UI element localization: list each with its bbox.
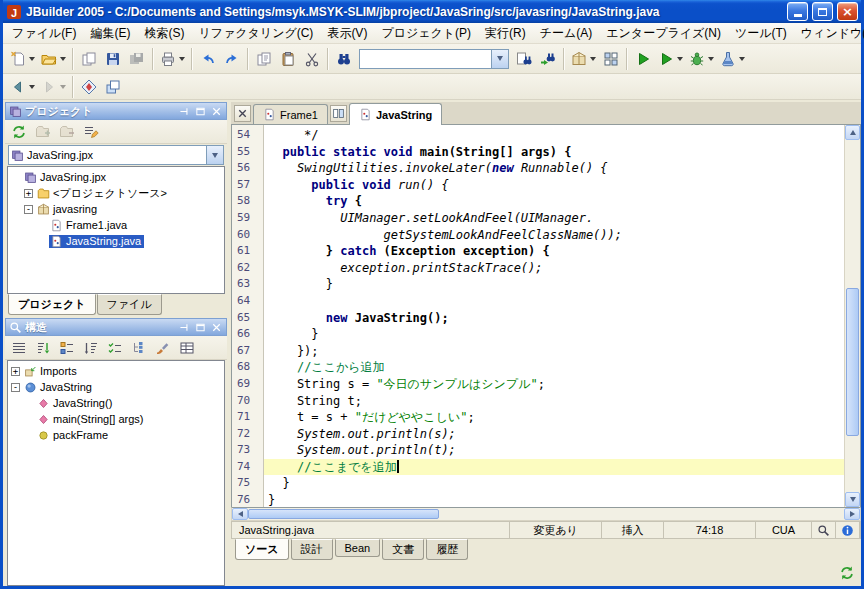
vertical-scroll-thumb[interactable] bbox=[846, 288, 859, 436]
close-file-button[interactable] bbox=[77, 47, 101, 71]
menu-item-5[interactable]: プロジェクト(P) bbox=[374, 22, 478, 45]
vertical-scrollbar[interactable] bbox=[844, 125, 860, 507]
find-in-path-button[interactable] bbox=[512, 47, 536, 71]
new-button[interactable] bbox=[7, 47, 38, 71]
project-file-combo[interactable]: JavaSring.jpx bbox=[8, 145, 224, 165]
tree-item[interactable]: -JavaString bbox=[8, 379, 224, 395]
menu-item-3[interactable]: リファクタリング(C) bbox=[191, 22, 320, 45]
code-line[interactable]: } bbox=[268, 475, 844, 492]
scroll-left-button[interactable] bbox=[232, 508, 248, 520]
search-again-button[interactable] bbox=[536, 47, 560, 71]
help-insight-button[interactable] bbox=[77, 75, 101, 99]
menu-item-10[interactable]: ウィンドウ(W) bbox=[794, 22, 864, 45]
tree-item[interactable]: Frame1.java bbox=[8, 217, 224, 233]
code-line[interactable]: String t; bbox=[268, 393, 844, 410]
show-checks-button[interactable] bbox=[104, 338, 126, 358]
current-code-line[interactable]: //ここまでを追加 bbox=[264, 459, 844, 476]
horizontal-scroll-track[interactable] bbox=[248, 508, 844, 520]
expand-tree-button[interactable] bbox=[128, 338, 150, 358]
code-line[interactable]: } bbox=[268, 276, 844, 293]
code-line[interactable]: } bbox=[268, 492, 844, 507]
structure-close-button[interactable] bbox=[210, 321, 223, 334]
editor-tab-javastring[interactable]: JavaString bbox=[349, 103, 442, 125]
view-tab-active[interactable]: ソース bbox=[235, 539, 289, 560]
find-button[interactable] bbox=[332, 47, 356, 71]
tree-item[interactable]: +<プロジェクトソース> bbox=[8, 185, 224, 201]
title-bar[interactable]: J JBuilder 2005 - C:/Documents and Setti… bbox=[3, 0, 861, 23]
run-configurations-button[interactable] bbox=[655, 47, 686, 71]
view-layers-button[interactable] bbox=[101, 75, 125, 99]
tree-item[interactable]: JavaString.java bbox=[8, 233, 224, 249]
code-line[interactable]: } bbox=[268, 326, 844, 343]
code-line[interactable]: }); bbox=[268, 343, 844, 360]
refresh-project-button[interactable] bbox=[8, 122, 30, 142]
sync-status-icon[interactable] bbox=[839, 565, 855, 581]
search-text-input[interactable] bbox=[360, 51, 491, 67]
structure-float-button[interactable] bbox=[194, 321, 207, 334]
tree-item[interactable]: JavaString() bbox=[8, 395, 224, 411]
code-line[interactable]: t = s + "だけどややこしい"; bbox=[268, 409, 844, 426]
menu-item-8[interactable]: エンタープライズ(N) bbox=[599, 22, 728, 45]
code-line[interactable] bbox=[268, 293, 844, 310]
panel-tab-inactive[interactable]: ファイル bbox=[97, 294, 162, 315]
scroll-down-button[interactable] bbox=[845, 492, 860, 507]
scroll-up-button[interactable] bbox=[845, 125, 860, 140]
editor-tab-frame1[interactable]: Frame1 bbox=[253, 104, 328, 124]
redo-button[interactable] bbox=[220, 47, 244, 71]
project-combo-dropdown-button[interactable] bbox=[206, 146, 223, 164]
horizontal-scrollbar[interactable] bbox=[231, 507, 861, 521]
view-tab-inactive[interactable]: Bean bbox=[335, 539, 381, 557]
menu-item-2[interactable]: 検索(S) bbox=[137, 22, 191, 45]
vertical-scroll-track[interactable] bbox=[845, 140, 860, 492]
close-button[interactable]: × bbox=[837, 2, 858, 21]
undo-button[interactable] bbox=[196, 47, 220, 71]
menu-item-7[interactable]: チーム(A) bbox=[533, 22, 600, 45]
scroll-right-button[interactable] bbox=[844, 508, 860, 520]
tree-expander-expanded[interactable]: - bbox=[24, 205, 33, 214]
debug-button[interactable] bbox=[686, 47, 717, 71]
tree-expander-expanded[interactable]: - bbox=[11, 383, 20, 392]
save-button[interactable] bbox=[101, 47, 125, 71]
project-pin-button[interactable] bbox=[178, 105, 191, 118]
code-line[interactable]: System.out.println(s); bbox=[268, 426, 844, 443]
view-tab-inactive[interactable]: 文書 bbox=[382, 539, 424, 560]
print-button[interactable] bbox=[157, 47, 188, 71]
workspace-button[interactable] bbox=[599, 47, 623, 71]
status-zoom-button[interactable] bbox=[812, 522, 836, 538]
tree-item[interactable]: -javasring bbox=[8, 201, 224, 217]
tree-item[interactable]: +Imports bbox=[8, 363, 224, 379]
status-caret-position[interactable]: 74:18 bbox=[664, 522, 756, 538]
code-line[interactable]: UIManager.setLookAndFeel(UIManager. bbox=[268, 210, 844, 227]
tree-item[interactable]: JavaSring.jpx bbox=[8, 169, 224, 185]
sort-order-button[interactable] bbox=[80, 338, 102, 358]
sort-alphabetically-button[interactable] bbox=[32, 338, 54, 358]
code-line[interactable]: public static void main(String[] args) { bbox=[268, 144, 844, 161]
optimizeit-button[interactable] bbox=[717, 47, 748, 71]
horizontal-scroll-thumb[interactable] bbox=[248, 509, 439, 519]
back-button[interactable] bbox=[7, 75, 38, 99]
combo-dropdown-button[interactable] bbox=[491, 50, 508, 68]
status-info-button[interactable] bbox=[836, 522, 860, 538]
code-line[interactable]: //ここから追加 bbox=[268, 359, 844, 376]
menu-item-0[interactable]: ファイル(F) bbox=[5, 22, 83, 45]
code-line[interactable]: } catch (Exception exception) { bbox=[268, 243, 844, 260]
panel-tab-active[interactable]: プロジェクト bbox=[8, 294, 96, 315]
split-editor-button[interactable] bbox=[330, 105, 347, 122]
maximize-button[interactable] bbox=[812, 2, 833, 21]
view-tab-inactive[interactable]: 履歴 bbox=[426, 539, 468, 560]
view-tab-inactive[interactable]: 設計 bbox=[291, 539, 333, 560]
menu-item-9[interactable]: ツール(T) bbox=[728, 22, 794, 45]
tree-expander-collapsed[interactable]: + bbox=[24, 189, 33, 198]
run-button[interactable] bbox=[631, 47, 655, 71]
structure-pin-button[interactable] bbox=[178, 321, 191, 334]
code-area[interactable]: */ public static void main(String[] args… bbox=[264, 125, 844, 507]
code-line[interactable]: */ bbox=[268, 127, 844, 144]
code-line[interactable]: SwingUtilities.invokeLater(new Runnable(… bbox=[268, 160, 844, 177]
group-by-kind-button[interactable] bbox=[56, 338, 78, 358]
code-line[interactable]: new JavaString(); bbox=[268, 310, 844, 327]
copy-button[interactable] bbox=[252, 47, 276, 71]
code-line[interactable]: try { bbox=[268, 193, 844, 210]
minimize-button[interactable] bbox=[787, 2, 808, 21]
code-line[interactable]: String s = "今日のサンプルはシンプル"; bbox=[268, 376, 844, 393]
tree-item[interactable]: main(String[] args) bbox=[8, 411, 224, 427]
